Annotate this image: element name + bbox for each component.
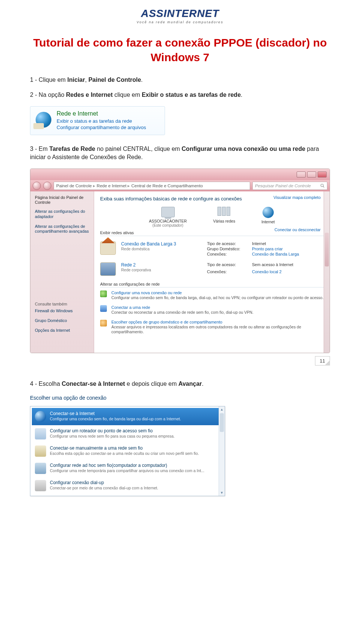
option-desc: Configurar uma nova rede sem fio para su… [50,434,175,438]
step-4: 4 - Escolha Conectar-se à Internet e dep… [30,380,330,388]
step-text: . [241,92,242,98]
logo-tagline: Você na rede mundial de computadores [30,20,330,24]
search-input[interactable]: Pesquisar Painel de Controle [252,182,327,190]
step-text: clique em [113,92,142,98]
crumb[interactable]: Rede e Internet [97,183,130,188]
list-scrollbar[interactable]: ▲ ▼ [219,406,225,496]
router-icon [35,428,46,439]
svg-line-1 [323,186,324,187]
minimize-button[interactable] [297,172,306,178]
scrollbar-thumb[interactable] [220,413,224,432]
kv-key: Tipo de acesso: [207,241,248,246]
map-node-computer: ASSOCIACAOINTER (Este computador) [149,207,187,228]
kv-key: Conexões: [207,252,248,256]
step-text: 3 - Em [30,146,50,152]
scroll-up-arrow[interactable]: ▲ [219,406,225,412]
sidebar-link-internet-options[interactable]: Opções da Internet [35,328,89,333]
step-bold: Conectar-se à Internet [62,381,125,387]
card-link-sharing[interactable]: Configurar compartilhamento de arquivos [57,124,146,131]
option-manual-wireless[interactable]: Conectar-se manualmente a uma rede sem f… [32,442,223,460]
new-connection-icon [100,290,107,297]
config-desc: Conectar ou reconectar a uma conexão de … [111,310,254,315]
screenshot-rede-internet-card: Rede e Internet Exibir o status e as tar… [30,106,165,135]
config-item-homegroup-sharing[interactable]: Escolher opções de grupo doméstico e de … [100,320,324,335]
step-bold: Avançar [178,381,202,387]
config-item-connect-network[interactable]: Conectar a uma rede Conectar ou reconect… [100,305,324,315]
option-title: Configurar um roteador ou ponto de acess… [50,428,175,433]
header-logo: ASSINTERNET Você na rede mundial de comp… [30,8,330,24]
sidebar-link-homegroup[interactable]: Grupo Doméstico [35,318,89,324]
network-name[interactable]: Rede 2 [121,262,202,268]
search-placeholder: Pesquisar Painel de Controle [255,184,311,188]
map-node-networks: Várias redes [213,207,235,224]
network-name[interactable]: Conexão de Banda Larga 3 [121,241,202,247]
page-title: Tutorial de como fazer a conexão PPPOE (… [30,35,330,65]
breadcrumb-bar[interactable]: Painel de Controle Rede e Internet Centr… [54,182,250,190]
screenshot-connection-options-list: Conectar-se à Internet Configurar uma co… [30,406,225,496]
option-title: Conectar-se à Internet [50,411,181,416]
view-full-map-link[interactable]: Visualizar mapa completo [273,195,321,200]
step-2: 2 - Na opção Redes e Internet clique em … [30,91,330,99]
step-text: . [202,381,203,387]
vertical-scrollbar[interactable] [324,191,330,353]
window-sidebar: Página Inicial do Painel de Controle Alt… [30,191,94,353]
house-icon [100,241,116,255]
card-link-status[interactable]: Exibir o status e as tarefas da rede [57,118,146,125]
homegroup-icon [100,320,107,327]
step-text: , [85,77,88,83]
connection-link[interactable]: Conexão de Banda Larga [252,252,299,256]
step-text: . [141,77,142,83]
option-desc: Conectar-se por meio de uma conexão dial… [50,486,158,490]
step-1: 1 - Clique em Iniciar, Painel de Control… [30,76,330,84]
step-bold: Iniciar [68,77,85,83]
config-item-new-connection[interactable]: Configurar uma nova conexão ou rede Conf… [100,290,324,301]
crumb[interactable]: Central de Rede e Compartilhamento [131,184,203,188]
config-desc: Acessar arquivos e impressoras localizad… [111,325,324,335]
window-main-pane: Exiba suas informações básicas de rede e… [94,191,330,353]
step-bold: Redes e Internet [66,92,112,98]
network-type: Rede corporativa [121,268,202,272]
wireless-icon [35,445,46,457]
map-node-internet: Internet [261,207,275,224]
crumb[interactable]: Painel de Controle [56,183,95,188]
sidebar-link-advanced-sharing[interactable]: Alterar as configurações de compartilham… [35,224,89,235]
logo-text: ASSINTERNET [141,8,219,20]
dialup-icon [35,480,46,491]
sidebar-home-label: Página Inicial do Painel de Controle [35,195,89,206]
change-settings-header: Alterar as configurações de rede [100,282,324,287]
config-title: Configurar uma nova conexão ou rede [111,290,324,295]
option-connect-internet[interactable]: Conectar-se à Internet Configurar uma co… [32,408,223,425]
step-text: e depois clique em [125,381,178,387]
kv-value: Internet [252,241,299,246]
network-globe-icon [36,112,51,128]
nav-forward-button[interactable] [43,182,51,190]
option-adhoc-network[interactable]: Configurar rede ad hoc sem fio(computado… [32,460,223,477]
connect-disconnect-link[interactable]: Conectar ou desconectar [274,227,321,232]
scrollbar-thumb[interactable] [325,233,329,266]
option-setup-router[interactable]: Configurar um roteador ou ponto de acess… [32,425,223,442]
adhoc-icon [35,463,46,474]
computer-icon [161,207,175,217]
sidebar-link-firewall[interactable]: Firewall do Windows [35,308,89,314]
nav-back-button[interactable] [33,182,41,190]
option-desc: Configurar uma rede temporária para comp… [50,468,204,473]
option-title: Configurar rede ad hoc sem fio(computado… [50,463,204,468]
page-number-tag: 11 [315,356,330,366]
sidebar-link-adapter[interactable]: Alterar as configurações do adaptador [35,209,89,220]
step-text: 1 - Clique em [30,77,68,83]
option-desc: Escolha esta opção ao conectar-se a uma … [50,451,199,456]
option-dialup[interactable]: Configurar conexão dial-up Conectar-se p… [32,477,223,494]
maximize-button[interactable] [307,172,316,178]
globe-icon [35,411,46,422]
kv-key: Tipo de acesso: [207,262,248,267]
svg-point-0 [321,184,324,187]
multi-network-icon [218,207,231,217]
network-row-1: Conexão de Banda Larga 3 Rede doméstica … [100,239,324,260]
building-icon [100,262,116,276]
scroll-down-arrow[interactable]: ▼ [219,490,225,496]
config-title: Conectar a uma rede [111,305,254,310]
homegroup-link[interactable]: Pronto para criar [252,247,283,251]
connection-link[interactable]: Conexão local 2 [252,269,282,274]
close-button[interactable] [318,172,327,178]
step-text: no painel CENTRAL, clique em [95,146,182,152]
